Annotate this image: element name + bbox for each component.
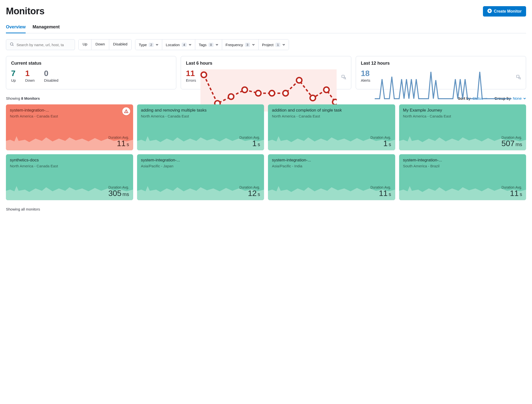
monitor-tile[interactable]: system-integration-...Asia/Pacific - Jap… — [137, 154, 264, 200]
svg-line-19 — [345, 79, 346, 79]
chevron-down-icon — [523, 97, 526, 100]
monitor-tile[interactable]: addition and completion of single taskNo… — [268, 104, 395, 150]
monitor-tile[interactable]: adding and removing multiple tasksNorth … — [137, 104, 264, 150]
svg-point-6 — [201, 72, 207, 77]
group-by-value: None — [513, 96, 522, 100]
monitor-name: system-integration-... — [403, 158, 522, 163]
svg-line-22 — [520, 79, 521, 79]
results-count: 8 Monitors — [21, 96, 40, 100]
monitor-duration-value: 305ms — [10, 189, 129, 197]
facet-frequency-count: 3 — [245, 43, 250, 47]
status-down: 1 Down — [25, 69, 35, 82]
monitor-tile[interactable]: My Example JourneyNorth America - Canada… — [399, 104, 526, 150]
svg-point-14 — [310, 95, 316, 101]
facet-type[interactable]: Type 2 — [135, 39, 162, 50]
facet-location-label: Location — [166, 43, 180, 47]
facet-project[interactable]: Project 1 — [258, 39, 289, 50]
status-up-value: 7 — [11, 69, 16, 77]
monitor-duration-value: 507ms — [403, 139, 522, 147]
monitor-location: North America - Canada East — [272, 114, 391, 119]
results-summary: Showing 8 Monitors — [6, 96, 40, 100]
facet-tags[interactable]: Tags 0 — [195, 39, 222, 50]
monitor-duration-label: Duration Avg. — [272, 185, 391, 189]
tabs: Overview Management — [6, 22, 526, 33]
monitor-duration-label: Duration Avg. — [272, 135, 391, 139]
chevron-down-icon — [156, 43, 159, 46]
monitor-duration-label: Duration Avg. — [10, 135, 129, 139]
filter-disabled[interactable]: Disabled — [109, 39, 131, 50]
monitor-name: adding and removing multiple tasks — [141, 108, 260, 113]
svg-point-18 — [344, 77, 345, 79]
monitor-duration-value: 1s — [272, 139, 391, 147]
facet-location[interactable]: Location 4 — [162, 39, 195, 50]
facet-type-label: Type — [139, 43, 147, 47]
facet-frequency-label: Frequency — [226, 43, 243, 47]
monitor-duration-value: 12s — [141, 189, 260, 197]
monitors-grid: system-integration-...North America - Ca… — [6, 104, 526, 200]
search-icon — [10, 42, 14, 47]
filter-up[interactable]: Up — [79, 39, 91, 50]
search-input-wrapper[interactable] — [6, 39, 75, 50]
current-status-title: Current status — [11, 61, 171, 66]
monitor-tile[interactable]: system-integration-...Asia/Pacific - Ind… — [268, 154, 395, 200]
inspect-icon[interactable] — [516, 75, 521, 79]
svg-rect-20 — [516, 75, 519, 78]
svg-point-24 — [126, 112, 126, 112]
inspect-icon[interactable] — [341, 75, 346, 79]
status-disabled-value: 0 — [44, 69, 58, 77]
facet-project-label: Project — [262, 43, 274, 47]
filter-down[interactable]: Down — [91, 39, 109, 50]
svg-point-8 — [228, 94, 234, 99]
monitor-tile[interactable]: synthetics-docsNorth America - Canada Ea… — [6, 154, 133, 200]
monitor-name: addition and completion of single task — [272, 108, 391, 113]
alert-badge — [122, 107, 130, 115]
monitor-location: North America - Canada East — [403, 114, 522, 119]
svg-point-16 — [333, 99, 337, 105]
monitor-location: Asia/Pacific - India — [272, 164, 391, 169]
monitor-tile[interactable]: system-integration-...South America - Br… — [399, 154, 526, 200]
svg-line-4 — [13, 45, 13, 46]
alerts-sparkline — [375, 69, 512, 85]
monitor-name: system-integration-... — [272, 158, 391, 163]
svg-point-11 — [269, 91, 275, 96]
errors-sparkline — [200, 69, 337, 85]
svg-point-13 — [297, 77, 302, 83]
status-disabled-label: Disabled — [44, 78, 58, 82]
status-up: 7 Up — [11, 69, 16, 82]
monitor-location: North America - Canada East — [10, 114, 129, 119]
chevron-down-icon — [215, 43, 218, 46]
errors-value: 11 — [186, 69, 196, 77]
status-down-label: Down — [25, 78, 35, 82]
tab-overview[interactable]: Overview — [6, 22, 26, 33]
results-showing-prefix: Showing — [6, 96, 21, 100]
svg-point-15 — [324, 87, 329, 93]
monitor-location: North America - Canada East — [141, 114, 260, 119]
create-monitor-button[interactable]: Create Monitor — [483, 6, 526, 17]
facet-tags-count: 0 — [209, 43, 213, 47]
facet-type-count: 2 — [149, 43, 154, 47]
monitor-duration-label: Duration Avg. — [141, 135, 260, 139]
alerts-card-title: Last 12 hours — [361, 61, 521, 66]
alerts-card: Last 12 hours 18 Alerts — [356, 56, 526, 89]
monitor-tile[interactable]: system-integration-...North America - Ca… — [6, 104, 133, 150]
tab-management[interactable]: Management — [33, 22, 60, 33]
chevron-down-icon — [252, 43, 255, 46]
errors-card: Last 6 hours 11 Errors — [181, 56, 351, 89]
svg-point-12 — [283, 91, 288, 96]
monitor-name: system-integration-... — [10, 108, 129, 113]
plus-circle-icon — [487, 9, 492, 14]
status-down-value: 1 — [25, 69, 35, 77]
svg-point-10 — [256, 91, 261, 96]
group-by-select[interactable]: None — [513, 96, 526, 100]
monitor-location: South America - Brazil — [403, 164, 522, 169]
search-input[interactable] — [17, 43, 71, 47]
monitor-location: Asia/Pacific - Japan — [141, 164, 260, 169]
footer-text: Showing all monitors — [6, 207, 526, 211]
monitor-name: system-integration-... — [141, 158, 260, 163]
current-status-card: Current status 7 Up 1 Down 0 Disabled — [6, 56, 176, 89]
monitor-name: synthetics-docs — [10, 158, 129, 163]
chevron-down-icon — [189, 43, 192, 46]
facet-location-count: 4 — [182, 43, 187, 47]
facet-frequency[interactable]: Frequency 3 — [222, 39, 258, 50]
monitor-duration-value: 11s — [10, 139, 129, 147]
